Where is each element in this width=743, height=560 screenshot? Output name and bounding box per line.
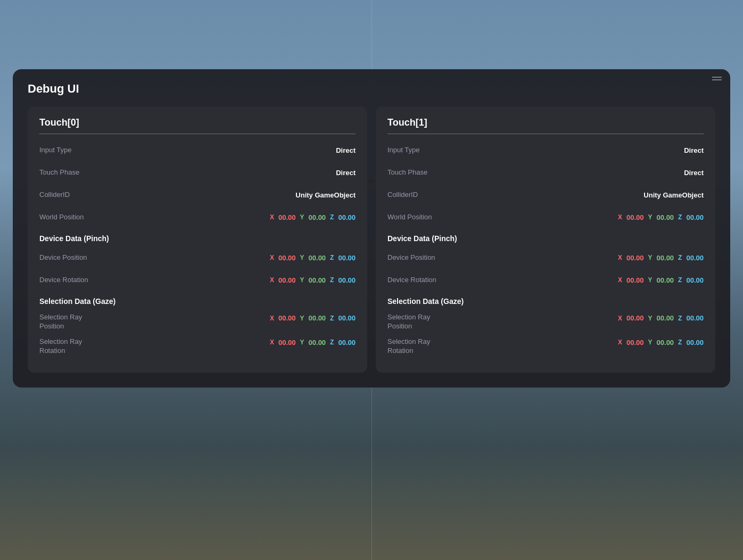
- touch1-device-data-header: Device Data (Pinch): [387, 234, 704, 243]
- touch0-input-type-row: Input Type Direct: [39, 142, 356, 159]
- touch0-sel-ray-rot-x-label: X: [270, 339, 274, 346]
- touch0-title: Touch[0]: [39, 117, 356, 128]
- touch0-world-pos-row: World Position X 00.00 Y 00.00 Z 00.00: [39, 209, 356, 226]
- touch1-world-x-val: 00.00: [626, 213, 644, 221]
- touch1-sel-ray-pos-y-val: 00.00: [657, 314, 674, 322]
- touch1-device-x-label: X: [618, 254, 622, 261]
- touch0-sel-ray-pos-z-label: Z: [330, 315, 334, 322]
- touch0-world-z-label: Z: [330, 213, 334, 221]
- touch1-sel-ray-pos-z-val: 00.00: [686, 314, 704, 322]
- touch0-device-rot-xyz: X 00.00 Y 00.00 Z 00.00: [270, 276, 356, 284]
- touch0-input-type-label: Input Type: [39, 146, 114, 155]
- touch0-world-y-label: Y: [300, 213, 304, 221]
- touch1-panel: Touch[1] Input Type Direct Touch Phase D…: [376, 106, 715, 373]
- touch0-divider: [39, 134, 356, 134]
- touch1-divider: [387, 134, 704, 134]
- touch1-collider-row: ColliderID Unity GameObject: [387, 186, 704, 203]
- touch1-sel-ray-rot-z-val: 00.00: [686, 339, 704, 347]
- touch0-collider-row: ColliderID Unity GameObject: [39, 186, 356, 203]
- touch1-sel-ray-rot-row: Selection Ray Rotation X 00.00 Y 00.00 Z…: [387, 336, 704, 356]
- touch0-sel-ray-pos-xyz: X 00.00 Y 00.00 Z 00.00: [270, 314, 356, 322]
- touch1-device-y-val: 00.00: [657, 254, 674, 262]
- touch1-collider-value: Unity GameObject: [643, 191, 704, 199]
- touch0-sel-ray-pos-x-label: X: [270, 315, 274, 322]
- debug-panel: Debug UI Touch[0] Input Type Direct Touc…: [13, 69, 730, 388]
- touch0-sel-ray-pos-row: Selection Ray Position X 00.00 Y 00.00 Z…: [39, 312, 356, 331]
- touch0-device-z-val: 00.00: [338, 254, 356, 262]
- debug-title: Debug UI: [28, 82, 715, 96]
- touch1-input-type-label: Input Type: [387, 146, 462, 155]
- touch0-world-x-val: 00.00: [278, 213, 296, 221]
- touch1-world-y-label: Y: [648, 213, 653, 221]
- touch1-device-x-val: 00.00: [626, 254, 644, 262]
- touch1-selection-header: Selection Data (Gaze): [387, 297, 704, 306]
- touch1-world-pos-label: World Position: [387, 213, 462, 222]
- touch0-world-y-val: 00.00: [309, 213, 326, 221]
- touch0-sel-ray-pos-z-val: 00.00: [338, 314, 356, 322]
- touch1-world-z-val: 00.00: [686, 213, 704, 221]
- touch0-sel-ray-rot-label: Selection Ray Rotation: [39, 337, 114, 356]
- touch1-sel-ray-rot-x-val: 00.00: [626, 339, 644, 347]
- touch1-sel-ray-rot-label: Selection Ray Rotation: [387, 337, 462, 356]
- touch1-sel-ray-rot-xyz: X 00.00 Y 00.00 Z 00.00: [618, 339, 704, 347]
- touch0-touch-phase-value: Direct: [336, 169, 356, 177]
- touch1-rot-z-label: Z: [678, 276, 682, 284]
- touch0-sel-ray-rot-xyz: X 00.00 Y 00.00 Z 00.00: [270, 339, 356, 347]
- touch1-world-y-val: 00.00: [657, 213, 674, 221]
- touch1-rot-y-label: Y: [648, 276, 653, 284]
- touch1-input-type-row: Input Type Direct: [387, 142, 704, 159]
- touch1-sel-ray-pos-xyz: X 00.00 Y 00.00 Z 00.00: [618, 314, 704, 322]
- touch1-sel-ray-rot-y-val: 00.00: [657, 339, 674, 347]
- touch1-device-rot-label: Device Rotation: [387, 276, 462, 285]
- touch0-collider-label: ColliderID: [39, 191, 114, 200]
- touch0-touch-phase-row: Touch Phase Direct: [39, 164, 356, 181]
- touch0-device-data-header: Device Data (Pinch): [39, 234, 356, 243]
- touch1-rot-z-val: 00.00: [686, 276, 704, 284]
- touch0-rot-y-label: Y: [300, 276, 304, 284]
- touch0-sel-ray-pos-x-val: 00.00: [278, 314, 296, 322]
- touch1-device-z-label: Z: [678, 254, 682, 261]
- touch1-sel-ray-pos-z-label: Z: [678, 315, 682, 322]
- touch0-rot-x-label: X: [270, 276, 274, 284]
- touch1-device-y-label: Y: [648, 254, 653, 261]
- touch1-device-pos-label: Device Position: [387, 253, 462, 262]
- touch0-sel-ray-pos-y-val: 00.00: [309, 314, 326, 322]
- touch1-sel-ray-pos-x-val: 00.00: [626, 314, 644, 322]
- touch0-sel-ray-pos-label: Selection Ray Position: [39, 313, 114, 331]
- touch0-device-z-label: Z: [330, 254, 334, 261]
- touch1-world-pos-xyz: X 00.00 Y 00.00 Z 00.00: [618, 213, 704, 221]
- touch1-world-z-label: Z: [678, 213, 682, 221]
- touch0-device-x-label: X: [270, 254, 274, 261]
- touch0-rot-z-label: Z: [330, 276, 334, 284]
- touch1-device-z-val: 00.00: [686, 254, 704, 262]
- touch0-world-x-label: X: [270, 213, 274, 221]
- touch0-device-pos-label: Device Position: [39, 253, 114, 262]
- touch1-input-type-value: Direct: [684, 146, 704, 154]
- touch0-rot-y-val: 00.00: [309, 276, 326, 284]
- touch0-collider-value: Unity GameObject: [295, 191, 356, 199]
- touch0-device-pos-xyz: X 00.00 Y 00.00 Z 00.00: [270, 254, 356, 262]
- touch1-rot-y-val: 00.00: [657, 276, 674, 284]
- touch0-device-y-val: 00.00: [309, 254, 326, 262]
- touch0-device-y-label: Y: [300, 254, 304, 261]
- touch0-sel-ray-rot-y-label: Y: [300, 339, 304, 346]
- touch0-touch-phase-label: Touch Phase: [39, 168, 114, 177]
- touch0-world-z-val: 00.00: [338, 213, 356, 221]
- touch1-sel-ray-pos-row: Selection Ray Position X 00.00 Y 00.00 Z…: [387, 312, 704, 331]
- touch1-sel-ray-rot-y-label: Y: [648, 339, 653, 346]
- touch1-sel-ray-rot-z-label: Z: [678, 339, 682, 346]
- touch0-sel-ray-rot-z-label: Z: [330, 339, 334, 346]
- touch0-input-type-value: Direct: [336, 146, 356, 154]
- touch0-device-x-val: 00.00: [278, 254, 296, 262]
- touch0-device-rot-row: Device Rotation X 00.00 Y 00.00 Z 00.00: [39, 271, 356, 289]
- touch0-sel-ray-rot-z-val: 00.00: [338, 339, 356, 347]
- touch0-world-pos-label: World Position: [39, 213, 114, 222]
- touch1-title: Touch[1]: [387, 117, 704, 128]
- touch1-world-x-label: X: [618, 213, 622, 221]
- touch0-world-pos-xyz: X 00.00 Y 00.00 Z 00.00: [270, 213, 356, 221]
- panels-container: Touch[0] Input Type Direct Touch Phase D…: [28, 106, 715, 373]
- touch1-device-rot-xyz: X 00.00 Y 00.00 Z 00.00: [618, 276, 704, 284]
- touch1-sel-ray-pos-label: Selection Ray Position: [387, 313, 462, 331]
- scrollbar-hint: [712, 77, 722, 80]
- touch1-sel-ray-pos-x-label: X: [618, 315, 622, 322]
